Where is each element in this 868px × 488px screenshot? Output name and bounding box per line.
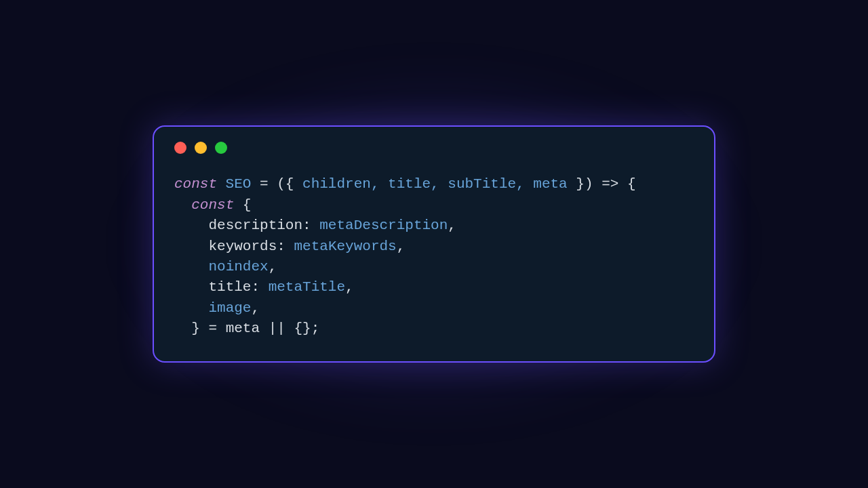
maximize-icon[interactable]	[215, 142, 227, 154]
comma: ,	[269, 259, 277, 274]
colon: :	[277, 239, 294, 254]
close-icon[interactable]	[174, 142, 186, 154]
punct: }) => {	[568, 176, 636, 192]
colon: :	[251, 279, 268, 295]
code-window: const SEO = ({ children, title, subTitle…	[153, 125, 715, 363]
comma: ,	[397, 239, 406, 254]
indent	[174, 321, 191, 336]
prop-title: title	[208, 279, 251, 295]
var-metaDescription: metaDescription	[319, 218, 448, 233]
traffic-lights	[174, 142, 694, 154]
function-name: SEO	[217, 176, 251, 192]
prop-keywords: keywords	[208, 239, 277, 254]
punct: = ({	[251, 176, 302, 192]
var-noindex: noindex	[208, 259, 268, 274]
indent	[174, 218, 208, 233]
code-block: const SEO = ({ children, title, subTitle…	[174, 174, 694, 340]
var-metaKeywords: metaKeywords	[294, 239, 396, 254]
keyword-const: const	[174, 176, 217, 192]
var-image: image	[208, 300, 251, 316]
colon: :	[302, 218, 319, 233]
closing: } = meta || {};	[191, 321, 319, 336]
indent	[174, 279, 208, 295]
comma: ,	[251, 300, 260, 316]
keyword-const: const	[191, 197, 234, 213]
indent	[174, 300, 208, 316]
punct: {	[234, 197, 251, 213]
indent	[174, 197, 191, 213]
var-metaTitle: metaTitle	[269, 279, 345, 295]
params: children, title, subTitle, meta	[302, 176, 568, 192]
indent	[174, 239, 208, 254]
comma: ,	[345, 279, 354, 295]
comma: ,	[448, 218, 456, 233]
indent	[174, 259, 208, 274]
prop-description: description	[208, 218, 302, 233]
minimize-icon[interactable]	[195, 142, 207, 154]
